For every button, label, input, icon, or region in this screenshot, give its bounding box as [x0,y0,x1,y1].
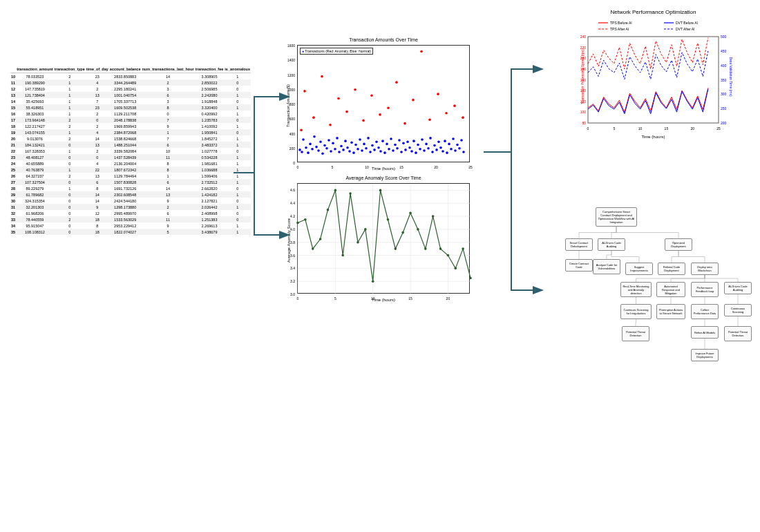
svg-point-20 [309,143,312,146]
svg-point-94 [462,151,465,153]
flow-node-si: Suggest Improvements [625,263,653,275]
svg-point-70 [412,140,415,142]
flow-node-ram: Refine AI Models [691,326,719,339]
svg-point-40 [350,141,353,144]
svg-text:450: 450 [721,49,727,53]
table-row: 2889.229279181691.732126142.6628200 [10,185,251,191]
col-is_anomalous: is_anomalous [224,66,251,73]
svg-point-51 [373,149,376,151]
svg-point-39 [348,150,351,153]
flow-node-ptd: Potential Threat Detection [622,326,649,341]
svg-point-164 [447,254,450,257]
svg-point-74 [421,138,424,141]
table-row: 27107.327504061507.83082862.7325121 [10,179,251,185]
table-row: 1555.4189511231609.50253883.3204001 [10,104,251,111]
svg-text:10: 10 [638,126,643,131]
svg-point-151 [349,192,352,195]
svg-point-57 [386,143,388,146]
svg-point-165 [454,267,457,270]
svg-text:240: 240 [580,35,587,39]
svg-text:200: 200 [721,121,727,125]
svg-point-103 [362,120,365,122]
svg-point-115 [462,116,464,119]
svg-point-59 [390,137,392,140]
svg-text:3.0: 3.0 [290,292,295,296]
svg-point-30 [330,150,332,153]
table-row: 13121.7384041131001.04075462.2420801 [10,92,251,98]
svg-point-152 [357,241,359,244]
svg-point-42 [354,144,357,146]
col-account_balance: account_balance [109,66,142,73]
svg-text:350: 350 [721,78,727,82]
svg-point-89 [452,137,455,140]
svg-point-76 [425,143,428,146]
svg-point-23 [315,146,318,149]
col-transaction_type: transaction_type [54,66,86,73]
svg-point-29 [327,139,330,142]
table-row: 17173.964148202048.17883871.2357830 [10,117,251,123]
flow-node-rcd: Refined Code Deployment [658,263,685,275]
svg-text:250: 250 [721,106,727,111]
svg-text:3.2: 3.2 [290,279,295,283]
table-row: 2540.7638791221807.67234281.0366881 [10,167,251,173]
dual-axis-chart: Network Performance Optimization 8010012… [576,17,731,131]
svg-text:DVT After AI: DVT After AI [676,27,694,31]
svg-point-60 [392,149,395,152]
svg-point-87 [448,143,450,146]
svg-point-33 [336,137,339,140]
svg-text:TPS After AI: TPS After AI [610,27,629,31]
svg-point-58 [388,148,390,151]
svg-point-28 [325,147,328,150]
table-row: 3132.201303091298.17388022.0264421 [10,204,251,210]
svg-point-78 [429,137,432,140]
svg-point-101 [345,111,348,113]
svg-point-99 [329,124,332,126]
svg-point-71 [415,151,417,154]
svg-point-159 [409,212,412,215]
svg-text:DVT Before AI: DVT Before AI [676,21,698,25]
svg-point-63 [398,139,401,142]
svg-text:1200: 1200 [287,73,295,77]
svg-point-158 [401,231,404,234]
svg-point-156 [387,218,390,221]
svg-text:25: 25 [468,165,473,169]
svg-point-155 [379,189,382,192]
table-row: 30324.3153540142424.54418092.1278210 [10,198,251,204]
svg-point-144 [296,222,299,225]
svg-point-163 [439,247,442,250]
table-row: 21184.1324210131488.25104463.4833721 [10,142,251,148]
svg-point-167 [469,277,472,280]
svg-point-150 [341,254,344,257]
svg-point-95 [300,129,303,131]
svg-rect-168 [588,37,719,123]
flow-node-ifd: Improve Future Deployments [691,349,719,361]
svg-point-38 [346,146,349,149]
svg-point-67 [406,140,409,143]
svg-point-109 [412,99,415,102]
svg-point-25 [319,140,322,143]
svg-point-26 [321,152,324,155]
data-table: transaction_amounttransaction_typetime_o… [10,66,231,235]
svg-text:200: 200 [289,146,296,151]
flow-node-cs2: Continuous Scanning [724,304,752,316]
svg-point-92 [458,147,461,150]
svg-text:25: 25 [716,126,721,131]
svg-point-88 [450,148,453,151]
table-row: 1638.326303121129.21170800.4209921 [10,111,251,117]
svg-point-166 [462,247,464,250]
flow-node-ccc: Create Contract Code [565,259,593,272]
svg-point-65 [402,142,405,145]
svg-point-69 [410,150,413,153]
flow-node-pfl: Performance Feedback loop [691,282,719,297]
svg-point-52 [375,140,378,143]
svg-point-34 [338,151,341,153]
svg-point-45 [361,149,363,152]
svg-point-146 [312,247,314,250]
svg-point-44 [359,138,361,141]
table-row: 3261.9682060122995.48997062.4089980 [10,210,251,216]
svg-point-114 [453,104,456,107]
svg-point-98 [321,75,323,78]
svg-point-90 [454,149,457,152]
svg-text:3.4: 3.4 [290,266,295,270]
svg-point-56 [383,151,386,154]
